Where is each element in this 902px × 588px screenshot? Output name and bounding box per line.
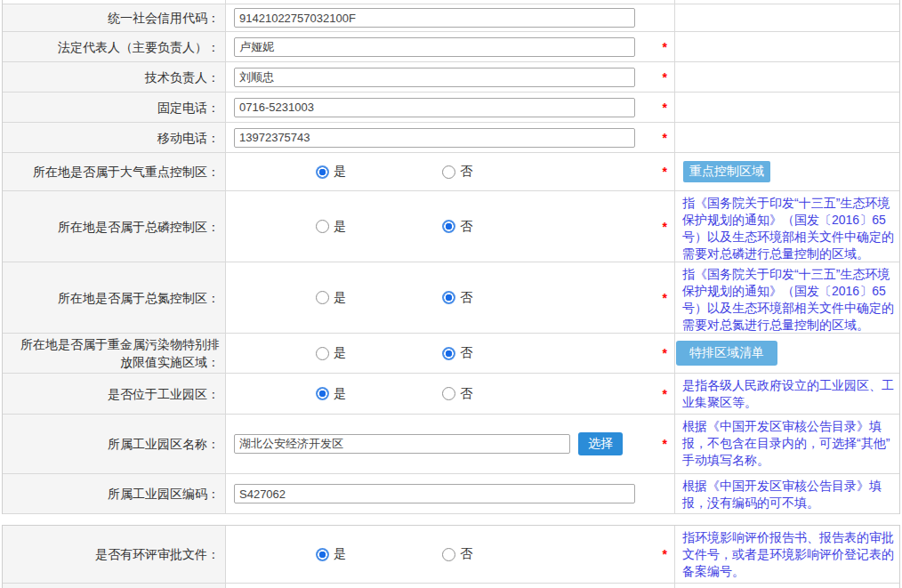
park-code-label: 所属工业园区编码： (3, 474, 226, 513)
industrial-park-help-text: 是指各级人民政府设立的工业园区、工业集聚区等。 (675, 374, 899, 414)
required-marker: * (663, 387, 667, 401)
eia-approval-radio-no[interactable]: 否 (442, 546, 472, 562)
phosphorus-zone-radio-no[interactable]: 否 (442, 219, 472, 235)
park-name-help-text: 根据《中国开发区审核公告目录》填报，不包含在目录内的，可选择“其他”手动填写名称… (675, 415, 899, 473)
radio-unselected-icon (442, 548, 455, 561)
credit-code-input[interactable] (234, 8, 635, 28)
required-marker: * (663, 346, 667, 360)
required-marker: * (663, 131, 667, 145)
legal-rep-row: 法定代表人（主要负责人）： * (3, 32, 899, 62)
phosphorus-zone-help-text: 指《国务院关于印发“十三五”生态环境保护规划的通知》（国发〔2016〕65号）以… (675, 191, 899, 262)
credit-code-row: 统一社会信用代码： (3, 4, 899, 32)
industrial-park-label: 是否位于工业园区： (3, 374, 226, 414)
section-gap (2, 514, 900, 525)
phosphorus-zone-row: 所在地是否属于总磷控制区： 是 否 * 指《国务院关于印发“十三五”生态环境保护… (3, 191, 899, 262)
legal-rep-input[interactable] (234, 37, 635, 57)
radio-selected-icon (442, 291, 455, 304)
tech-lead-row: 技术负责人： * (3, 62, 899, 93)
radio-selected-icon (316, 387, 329, 400)
required-marker: * (663, 40, 667, 54)
eia-approval-label: 是否有环评审批文件： (3, 526, 226, 583)
next-row-sliver (3, 584, 899, 588)
mobile-label: 移动电话： (3, 123, 226, 152)
industrial-park-radio-yes[interactable]: 是 (316, 386, 346, 402)
heavy-metal-zone-row: 所在地是否属于重金属污染物特别排放限值实施区域： 是 否 * 特排区域清单 (3, 334, 899, 374)
radio-selected-icon (316, 165, 329, 179)
industrial-park-radio-no[interactable]: 否 (442, 386, 472, 402)
park-name-input[interactable] (234, 434, 570, 454)
park-name-label: 所属工业园区名称： (3, 415, 226, 473)
nitrogen-zone-row: 所在地是否属于总氮控制区： 是 否 * 指《国务院关于印发“十三五”生态环境保护… (3, 262, 899, 334)
landline-row: 固定电话： * (3, 93, 899, 123)
park-code-row: 所属工业园区编码： 根据《中国开发区审核公告目录》填报，没有编码的可不填。 (3, 474, 899, 514)
required-marker: * (663, 437, 667, 451)
legal-rep-label: 法定代表人（主要负责人）： (3, 32, 226, 61)
required-marker: * (663, 165, 667, 179)
phosphorus-zone-radio-yes[interactable]: 是 (316, 219, 346, 235)
park-name-row: 所属工业园区名称： 选择 * 根据《中国开发区审核公告目录》填报，不包含在目录内… (3, 415, 899, 474)
radio-selected-icon (442, 220, 455, 233)
phosphorus-zone-label: 所在地是否属于总磷控制区： (3, 191, 226, 262)
radio-selected-icon (442, 347, 455, 360)
radio-unselected-icon (316, 347, 329, 360)
required-marker: * (663, 220, 667, 234)
radio-selected-icon (316, 548, 329, 561)
air-key-zone-row: 所在地是否属于大气重点控制区： 是 否 * 重点控制区域 (3, 153, 899, 191)
form-table-basic-info: 统一社会信用代码： 法定代表人（主要负责人）： * 技术负责人： * (2, 0, 900, 514)
nitrogen-zone-radio-no[interactable]: 否 (442, 290, 472, 306)
radio-unselected-icon (316, 220, 329, 233)
radio-unselected-icon (442, 165, 455, 179)
nitrogen-zone-label: 所在地是否属于总氮控制区： (3, 262, 226, 333)
eia-approval-row: 是否有环评审批文件： 是 否 * 指环境影响评价报告书、报告表的审批文件号，或者… (3, 526, 899, 584)
permit-form: 统一社会信用代码： 法定代表人（主要负责人）： * 技术负责人： * (2, 0, 900, 588)
tech-lead-label: 技术负责人： (3, 62, 226, 92)
eia-approval-radio-yes[interactable]: 是 (316, 546, 346, 562)
industrial-park-row: 是否位于工业园区： 是 否 * 是指各级人民政府设立的工业园区、工业集聚区等。 (3, 374, 899, 415)
radio-unselected-icon (442, 387, 455, 400)
landline-label: 固定电话： (3, 93, 226, 122)
air-key-zone-radio-no[interactable]: 否 (442, 164, 472, 180)
required-marker: * (663, 291, 667, 305)
select-button[interactable]: 选择 (578, 432, 623, 455)
tech-lead-input[interactable] (234, 68, 635, 87)
mobile-input[interactable] (234, 128, 635, 148)
heavy-metal-zone-radio-no[interactable]: 否 (442, 345, 472, 361)
mobile-row: 移动电话： * (3, 123, 899, 153)
landline-input[interactable] (234, 98, 635, 117)
park-code-help-text: 根据《中国开发区审核公告目录》填报，没有编码的可不填。 (675, 474, 899, 513)
required-marker: * (663, 70, 667, 85)
credit-code-label: 统一社会信用代码： (3, 4, 226, 31)
form-table-eia: 是否有环评审批文件： 是 否 * 指环境影响评价报告书、报告表的审批文件号，或者… (2, 525, 900, 588)
required-marker: * (663, 547, 667, 561)
key-control-zone-button[interactable]: 重点控制区域 (683, 161, 770, 182)
eia-approval-help-text: 指环境影响评价报告书、报告表的审批文件号，或者是环境影响评价登记表的备案编号。 (675, 526, 899, 583)
required-marker: * (663, 101, 667, 115)
air-key-zone-radio-yes[interactable]: 是 (316, 164, 346, 180)
special-emission-list-button[interactable]: 特排区域清单 (676, 341, 777, 366)
nitrogen-zone-help-text: 指《国务院关于印发“十三五”生态环境保护规划的通知》（国发〔2016〕65号）以… (675, 262, 899, 333)
heavy-metal-zone-label: 所在地是否属于重金属污染物特别排放限值实施区域： (3, 334, 226, 373)
air-key-zone-label: 所在地是否属于大气重点控制区： (3, 153, 226, 190)
park-code-input[interactable] (234, 484, 635, 503)
heavy-metal-zone-radio-yes[interactable]: 是 (316, 345, 346, 361)
radio-unselected-icon (316, 291, 329, 304)
nitrogen-zone-radio-yes[interactable]: 是 (316, 290, 346, 306)
